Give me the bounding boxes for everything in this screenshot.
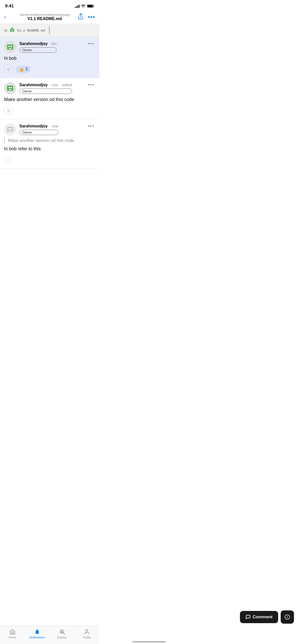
comment-card-1: Sarahmoodjoy · 6m Owner ••• hi bob ☺ 👍 2 [0,37,99,78]
comment-header-3: Sarahmoodjoy · now Owner ••• [4,123,95,136]
nav-actions: ••• [78,13,95,21]
svg-rect-13 [9,48,12,49]
wifi-icon [81,4,86,8]
author-name-line-2: Sarahmoodjoy · now · edited [19,83,72,87]
robot-icon [9,27,15,34]
svg-rect-12 [10,46,12,47]
svg-rect-21 [8,128,10,129]
signal-icon [75,4,79,8]
status-icons [75,4,94,8]
quoted-text-3: Make another version od this code [4,138,95,143]
author-time-3: now [52,124,58,128]
add-reaction-1[interactable]: ☺ [4,65,13,74]
comment-header-2: Sarahmoodjoy · now · edited Owner ••• [4,82,95,94]
author-block-2: Sarahmoodjoy · now · edited Owner [4,82,72,94]
author-name-3: Sarahmoodjoy [19,124,48,128]
author-block-3: Sarahmoodjoy · now Owner [4,123,58,136]
reactions-row-1: ☺ 👍 2 [4,65,95,74]
svg-rect-23 [9,130,12,131]
comment-body-3: hi bob refer to this [4,146,95,152]
more-button-2[interactable]: ••• [87,82,95,87]
comment-card-3: Sarahmoodjoy · now Owner ••• Make anothe… [0,119,99,169]
svg-rect-11 [8,46,10,47]
author-dot-edited-2: · [60,83,61,87]
branch-separator [49,26,50,34]
svg-rect-1 [88,5,93,7]
author-name-2: Sarahmoodjoy [19,83,48,87]
avatar-2 [4,82,16,94]
file-title: V1.1 README.md [12,17,78,21]
svg-rect-18 [9,89,12,90]
svg-rect-16 [8,87,10,88]
branch-bar: ⊙ V1.2 README.md [0,24,99,37]
author-dot-3: · [49,124,50,128]
svg-rect-5 [11,31,13,31]
svg-rect-17 [10,87,12,88]
author-dot-1: · [49,42,50,46]
svg-rect-4 [12,30,13,30]
author-info-1: Sarahmoodjoy · 6m Owner [19,41,57,53]
comment-body-1: hi bob [4,56,95,61]
more-button-3[interactable]: ••• [87,123,95,129]
comment-body-2: Make another version od this code [4,97,95,102]
author-dot-2: · [49,83,50,87]
owner-badge-3: Owner [19,130,58,135]
add-reaction-3[interactable]: ☺ [4,155,13,164]
status-bar: 9:41 [0,0,99,11]
svg-rect-6 [12,28,13,29]
owner-badge-2: Owner [19,89,72,94]
nav-title-block: Sarahmoodjoy/moodjoyhomepage V1.1 README… [12,13,78,21]
avatar-3 [4,123,16,136]
reactions-row-2: ☺ [4,106,95,115]
avatar-1 [4,41,16,53]
author-info-3: Sarahmoodjoy · now Owner [19,124,58,135]
svg-rect-22 [10,128,12,129]
share-button[interactable] [78,13,84,21]
author-time-1: 6m [52,42,57,46]
reaction-emoji-1: 👍 [19,67,24,72]
add-reaction-2[interactable]: ☺ [4,106,13,115]
svg-rect-2 [10,29,14,32]
author-time-2: now [52,83,58,87]
battery-icon [87,4,94,8]
commit-icon: ⊙ [4,28,7,33]
content-area: Sarahmoodjoy · 6m Owner ••• hi bob ☺ 👍 2 [0,37,99,209]
reactions-row-3: ☺ [4,155,95,164]
author-info-2: Sarahmoodjoy · now · edited Owner [19,83,72,94]
comment-header-1: Sarahmoodjoy · 6m Owner ••• [4,41,95,53]
repo-path: Sarahmoodjoy/moodjoyhomepage [12,13,78,17]
author-edited-2: edited [62,83,72,87]
author-name-line-1: Sarahmoodjoy · 6m [19,41,57,46]
author-block-1: Sarahmoodjoy · 6m Owner [4,41,57,53]
branch-label: V1.2 README.md [17,28,45,32]
author-name-1: Sarahmoodjoy [19,41,48,46]
author-name-line-3: Sarahmoodjoy · now [19,124,58,128]
reaction-count-1: 2 [25,67,28,71]
owner-badge-1: Owner [19,47,57,53]
back-button[interactable]: ‹ [4,14,12,20]
status-time: 9:41 [5,4,14,9]
svg-rect-3 [11,30,12,30]
nav-header: ‹ Sarahmoodjoy/moodjoyhomepage V1.1 READ… [0,11,99,24]
svg-point-8 [12,27,13,28]
more-button-1[interactable]: ••• [87,41,95,46]
more-options-button[interactable]: ••• [88,14,95,20]
comment-card-2: Sarahmoodjoy · now · edited Owner ••• Ma… [0,78,99,119]
reaction-thumbsup-1[interactable]: 👍 2 [16,66,31,73]
